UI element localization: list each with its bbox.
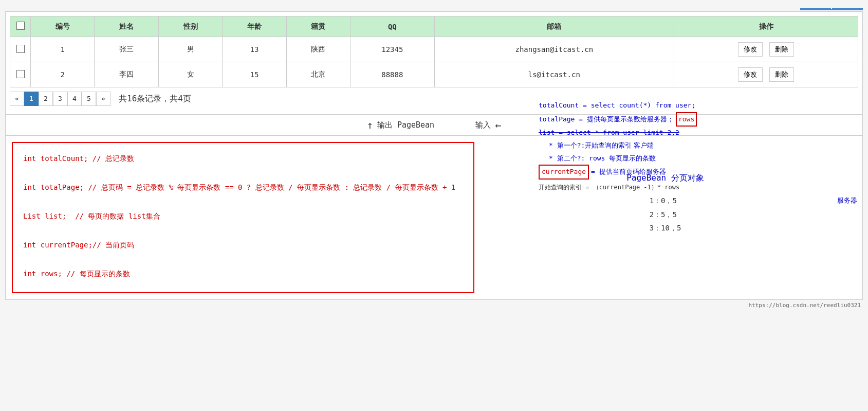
anno-calc: 开始查询的索引 = （currentPage -1）* rows [539,182,857,193]
row2-gender: 女 [158,62,222,87]
data-table: 编号 姓名 性别 年龄 籍贯 QQ 邮箱 操作 [10,16,858,87]
anno-sub2: * 第二个?: rows 每页显示的条数 [549,152,857,165]
header-gender: 性别 [158,16,222,37]
code-line-7: int currentPage;// 当前页码 [23,238,463,252]
code-line-5: List list; // 每页的数据 list集合 [23,209,463,223]
anno-line3: list = select * from user limit 2,2 [539,127,857,139]
table-wrapper: 编号 姓名 性别 年龄 籍贯 QQ 邮箱 操作 [10,16,858,110]
footer-url: https://blog.csdn.net/reedliu0321 [5,302,863,309]
table-row: 1 张三 男 13 陕西 12345 zhangsan@itcast.cn 修改… [10,37,858,62]
row2-delete-button[interactable]: 删除 [769,67,794,82]
anno-line1: totalCount = select count(*) from user; [539,99,857,112]
anno-server: 服务器 [539,194,857,207]
header-checkbox-col [10,16,31,37]
row1-delete-button[interactable]: 删除 [769,42,794,57]
header-age: 年龄 [223,16,286,37]
tab-2[interactable] [832,5,863,9]
header-qq: QQ [350,16,435,37]
code-line-9: int rows; // 每页显示的条数 [23,266,463,281]
page-5-button[interactable]: 5 [82,92,96,106]
rows-box: rows [676,112,697,127]
anno-sub1: * 第一个?:开始查询的索引 客户端 [549,139,857,152]
row2-name: 李四 [95,62,158,87]
pagebean-value-2: 2：5，5 [650,208,681,222]
code-line-1: int totalCount; // 总记录数 [23,151,463,166]
row2-email: ls@itcast.cn [434,62,674,87]
top-section: 编号 姓名 性别 年龄 籍贯 QQ 邮箱 操作 [5,11,863,115]
row1-age: 13 [223,37,286,62]
output-arrow: ↑ [367,119,373,131]
row2-id: 2 [31,62,95,87]
right-annotations: totalCount = select count(*) from user; … [539,99,857,207]
page-next-button[interactable]: » [96,92,110,106]
code-line-4 [23,194,463,209]
code-box: int totalCount; // 总记录数 int totalPage; /… [12,142,474,293]
row1-qq: 12345 [350,37,435,62]
row2-qq: 88888 [350,62,435,87]
pagebean-value-3: 3：10，5 [650,221,681,235]
header-email: 邮箱 [434,16,674,37]
current-page-box: currentPage [539,165,589,180]
input-label: 输入 [475,120,491,130]
row1-hometown: 陕西 [286,37,350,62]
tab-1[interactable] [800,5,831,9]
row2-checkbox-cell [10,62,31,87]
page-1-button[interactable]: 1 [24,92,39,106]
row1-checkbox[interactable] [16,45,25,53]
page-4-button[interactable]: 4 [67,92,82,106]
table-row: 2 李四 女 15 北京 88888 ls@itcast.cn 修改 删除 [10,62,858,87]
row2-checkbox[interactable] [16,70,25,78]
row2-age: 15 [223,62,286,87]
code-line-2 [23,166,463,180]
header-id: 编号 [31,16,95,37]
row2-hometown: 北京 [286,62,350,87]
header-name: 姓名 [95,16,158,37]
anno-currentpage: currentPage = 提供当前页码给服务器 [539,165,857,180]
output-section: ↑ 输出 PageBean [367,119,434,131]
header-checkbox[interactable] [16,22,25,30]
code-line-6 [23,223,463,238]
input-section: 输入 ← [475,119,501,131]
header-action: 操作 [674,16,858,37]
row1-gender: 男 [158,37,222,62]
row2-actions: 修改 删除 [674,62,858,87]
row1-email: zhangsan@itcast.cn [434,37,674,62]
page-3-button[interactable]: 3 [53,92,67,106]
header-hometown: 籍贯 [286,16,350,37]
row1-edit-button[interactable]: 修改 [738,42,763,57]
anno-line2: totalPage = 提供每页显示条数给服务器； rows [539,112,857,127]
page-prev-button[interactable]: « [10,92,24,106]
code-line-3: int totalPage; // 总页码 = 总记录数 % 每页显示条数 ==… [23,180,463,194]
row1-name: 张三 [95,37,158,62]
row1-checkbox-cell [10,37,31,62]
row2-edit-button[interactable]: 修改 [738,67,763,82]
input-arrow: ← [495,119,501,131]
output-label: 输出 PageBean [377,120,434,130]
pagination-info: 共16条记录，共4页 [119,94,191,104]
page-2-button[interactable]: 2 [39,92,53,106]
row1-actions: 修改 删除 [674,37,858,62]
row1-id: 1 [31,37,95,62]
code-line-8 [23,252,463,266]
